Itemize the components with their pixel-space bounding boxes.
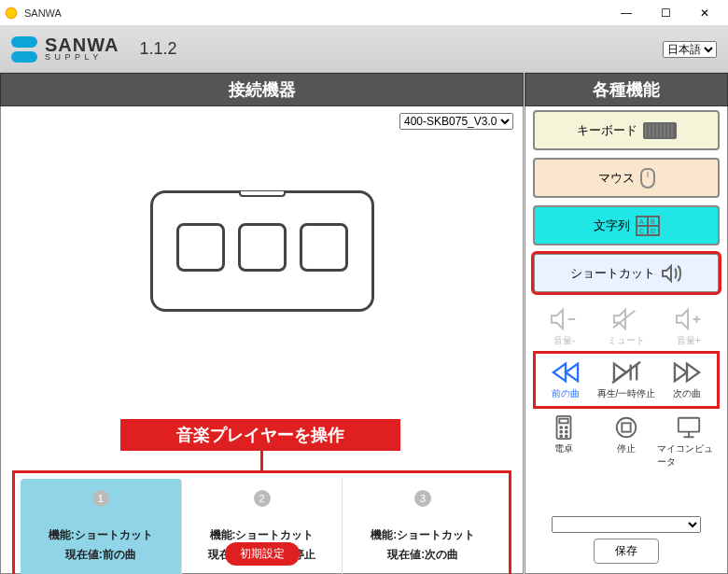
slot-2-badge: 2: [254, 490, 271, 507]
prev-icon: [548, 359, 583, 385]
slot-2-function: 機能:ショートカット: [210, 527, 315, 543]
svg-rect-23: [622, 423, 630, 431]
shortcut-stop[interactable]: 停止: [595, 411, 658, 472]
shortcut-vol-up[interactable]: 音量+: [657, 302, 720, 351]
section-title-devices: 接続機器: [0, 73, 524, 106]
volume-down-icon: [546, 306, 581, 332]
shortcut-vol-up-label: 音量+: [677, 334, 701, 347]
volume-up-icon: [671, 306, 707, 332]
shortcut-calc-label: 電卓: [554, 442, 573, 455]
slot-3-function: 機能:ショートカット: [371, 527, 475, 543]
keyboard-icon: [643, 122, 677, 139]
svg-text:B: B: [651, 218, 655, 225]
stop-icon: [609, 414, 644, 441]
slot-3-value: 現在値:次の曲: [387, 547, 458, 563]
svg-text:D: D: [651, 228, 655, 234]
play-pause-icon: [609, 359, 644, 385]
side-dropdown[interactable]: [552, 516, 701, 533]
category-mouse-label: マウス: [598, 170, 635, 187]
category-keyboard[interactable]: キーボード: [533, 110, 720, 150]
shortcut-mute[interactable]: ミュート: [595, 302, 658, 351]
version-label: 1.1.2: [139, 39, 176, 59]
app-header: SANWA SUPPLY 1.1.2 日本語: [0, 26, 728, 73]
svg-line-8: [613, 311, 635, 329]
category-mouse[interactable]: マウス: [533, 158, 720, 198]
shortcut-computer-label: マイコンピュータ: [657, 442, 720, 469]
app-icon: [4, 6, 19, 21]
svg-text:C: C: [639, 228, 644, 234]
annotation-label: 音楽プレイヤーを操作: [120, 419, 400, 451]
next-icon: [669, 359, 705, 385]
shortcut-vol-down[interactable]: 音量-: [533, 302, 595, 351]
grid-icon: ABCD: [636, 216, 660, 236]
shortcut-play-label: 再生/一時停止: [597, 387, 656, 400]
svg-point-16: [561, 427, 563, 428]
svg-rect-15: [560, 419, 568, 424]
logo-mark: [11, 36, 37, 63]
device-panel: 400-SKB075_V3.0 音楽プレイヤーを操作 1 機能:ショートカット …: [0, 106, 524, 574]
device-key-2[interactable]: [238, 223, 287, 272]
calculator-icon: [546, 414, 581, 441]
category-string-label: 文字列: [594, 217, 630, 234]
svg-point-17: [566, 427, 567, 428]
svg-point-21: [566, 435, 567, 437]
shortcut-computer[interactable]: マイコンピュータ: [657, 411, 720, 472]
svg-rect-24: [678, 418, 698, 432]
slot-3-badge: 3: [414, 490, 431, 507]
slot-1-value: 現在値:前の曲: [65, 547, 136, 563]
device-key-1[interactable]: [176, 223, 225, 272]
slot-1[interactable]: 1 機能:ショートカット 現在値:前の曲: [21, 479, 182, 574]
close-button[interactable]: ✕: [685, 0, 724, 26]
shortcut-prev[interactable]: 前の曲: [536, 356, 596, 404]
shortcut-next-label: 次の曲: [673, 387, 701, 400]
window-titlebar: SANWA — ☐ ✕: [0, 0, 728, 26]
logo: SANWA SUPPLY: [11, 36, 119, 63]
shortcut-play[interactable]: 再生/一時停止: [596, 356, 657, 404]
shortcut-prev-label: 前の曲: [552, 387, 580, 400]
category-shortcut[interactable]: ショートカット: [533, 253, 720, 293]
slot-1-badge: 1: [92, 490, 109, 507]
section-title-functions: 各種機能: [525, 73, 728, 106]
shortcut-vol-down-label: 音量-: [553, 334, 575, 347]
shortcut-calc[interactable]: 電卓: [533, 411, 595, 472]
device-select[interactable]: 400-SKB075_V3.0: [399, 113, 513, 130]
brand-name: SANWA: [45, 36, 119, 53]
media-controls-row: 前の曲 再生/一時停止 次の曲: [533, 351, 720, 409]
shortcut-mute-label: ミュート: [608, 334, 645, 347]
device-graphic: [150, 190, 374, 312]
computer-icon: [671, 414, 707, 441]
mute-icon: [609, 306, 644, 332]
svg-point-19: [566, 431, 567, 433]
maximize-button[interactable]: ☐: [646, 0, 685, 26]
annotation-connector: [260, 451, 263, 471]
speaker-icon: [661, 264, 683, 283]
svg-text:A: A: [639, 218, 644, 225]
category-string[interactable]: 文字列 ABCD: [533, 205, 720, 245]
shortcut-next[interactable]: 次の曲: [656, 356, 717, 404]
slot-3[interactable]: 3 機能:ショートカット 現在値:次の曲: [343, 479, 503, 574]
language-select[interactable]: 日本語: [663, 41, 717, 58]
svg-point-20: [561, 435, 563, 437]
reset-button[interactable]: 初期設定: [225, 542, 300, 566]
svg-point-18: [561, 431, 563, 433]
mouse-icon: [640, 168, 655, 189]
minimize-button[interactable]: —: [607, 0, 646, 26]
window-title: SANWA: [24, 7, 607, 19]
category-keyboard-label: キーボード: [577, 122, 637, 139]
device-key-3[interactable]: [300, 223, 348, 272]
category-shortcut-label: ショートカット: [570, 265, 655, 282]
save-button[interactable]: 保存: [594, 539, 659, 564]
slot-1-function: 機能:ショートカット: [49, 527, 153, 543]
shortcut-stop-label: 停止: [617, 442, 636, 455]
functions-panel: キーボード マウス 文字列 ABCD ショートカット 音量- ミュート: [525, 106, 728, 574]
svg-point-22: [617, 418, 637, 438]
